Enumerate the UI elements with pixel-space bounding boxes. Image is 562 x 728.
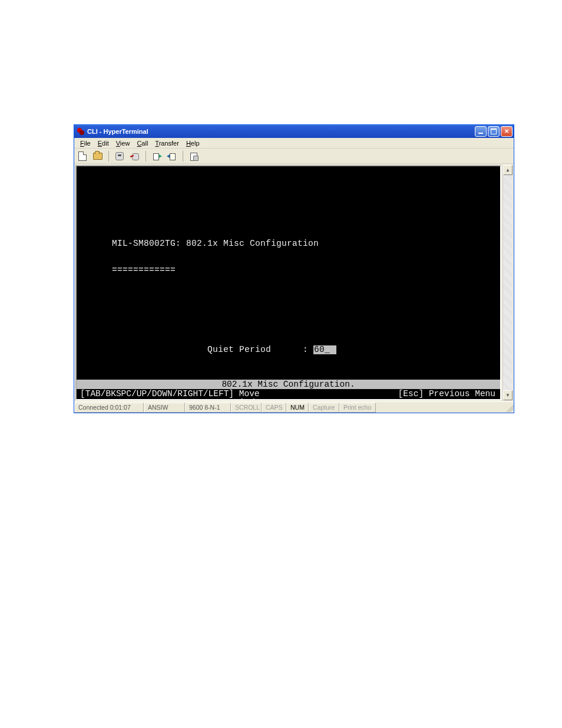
window-title: CLI - HyperTerminal (87, 128, 475, 135)
menu-help[interactable]: Help (183, 139, 203, 147)
hyperterminal-window: CLI - HyperTerminal File Edit View Call … (74, 124, 514, 413)
terminal-help-line: [TAB/BKSPC/UP/DOWN/RIGHT/LEFT] Move [Esc… (77, 389, 500, 399)
toolbar-separator (183, 151, 183, 162)
toolbar-separator (108, 151, 109, 162)
toolbar-separator (146, 151, 146, 162)
send-button[interactable] (151, 150, 163, 162)
minimize-button[interactable] (475, 126, 487, 137)
hangup-icon (131, 152, 139, 160)
scroll-track[interactable] (503, 175, 513, 390)
menubar: File Edit View Call Transfer Help (74, 138, 514, 149)
maximize-button[interactable] (488, 126, 500, 137)
resize-grip[interactable] (504, 403, 514, 412)
terminal-banner: 802.1x Misc Configuration. (77, 380, 500, 389)
titlebar[interactable]: CLI - HyperTerminal (74, 125, 514, 138)
phone-icon (115, 152, 124, 160)
open-folder-icon (93, 153, 103, 160)
status-capture: Capture (309, 403, 339, 413)
receive-button[interactable] (166, 150, 178, 162)
status-print-echo: Print echo (339, 403, 376, 413)
disconnect-button[interactable] (129, 150, 141, 162)
close-button[interactable] (501, 126, 513, 137)
status-num: NUM (286, 403, 309, 413)
client-area: MIL-SM8002TG: 802.1x Misc Configuration … (74, 164, 514, 401)
status-emulation: ANSIW (144, 403, 185, 413)
app-icon (77, 127, 85, 136)
receive-file-icon (168, 152, 176, 160)
open-button[interactable] (92, 150, 104, 162)
new-doc-icon (78, 151, 87, 161)
menu-file[interactable]: File (77, 139, 94, 147)
call-button[interactable] (114, 150, 125, 162)
scroll-down-button[interactable]: ▼ (503, 390, 513, 400)
properties-icon (190, 152, 198, 160)
status-scroll: SCROLL (231, 403, 262, 413)
scroll-up-button[interactable]: ▲ (503, 165, 513, 175)
terminal-viewport[interactable]: MIL-SM8002TG: 802.1x Misc Configuration … (75, 165, 501, 400)
menu-call[interactable]: Call (133, 139, 151, 147)
menu-edit[interactable]: Edit (94, 139, 113, 147)
status-caps: CAPS (262, 403, 286, 413)
properties-button[interactable] (188, 150, 200, 162)
vertical-scrollbar[interactable]: ▲ ▼ (503, 165, 513, 400)
statusbar: Connected 0:01:07 ANSIW 9600 8-N-1 SCROL… (74, 401, 514, 413)
status-connected: Connected 0:01:07 (74, 403, 144, 413)
toolbar (74, 149, 514, 164)
new-button[interactable] (77, 150, 88, 162)
status-port: 9600 8-N-1 (185, 403, 231, 413)
menu-transfer[interactable]: Transfer (151, 139, 183, 147)
menu-view[interactable]: View (113, 139, 134, 147)
send-file-icon (153, 152, 161, 160)
